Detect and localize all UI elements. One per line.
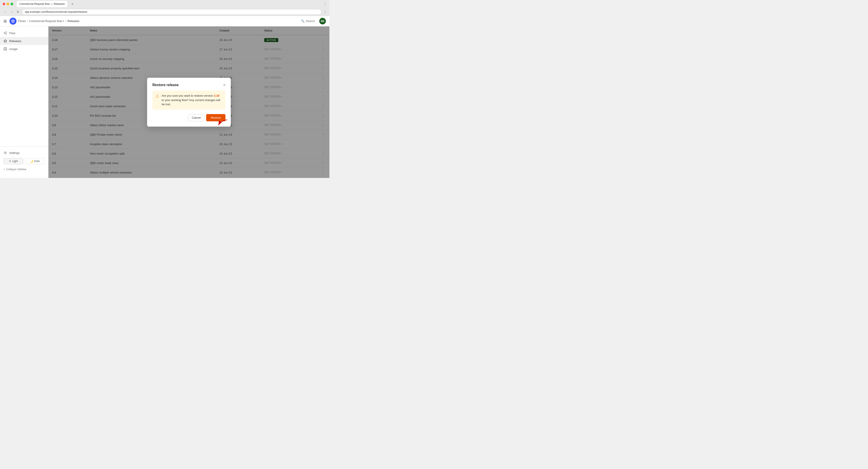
svg-point-4 bbox=[6, 34, 7, 34]
maximize-button[interactable] bbox=[10, 3, 13, 5]
browser-chrome: Commercial Requote flow — Releases + ⋮ ←… bbox=[0, 0, 330, 16]
svg-line-6 bbox=[5, 33, 6, 34]
modal-close-button[interactable]: × bbox=[223, 83, 225, 87]
settings-icon bbox=[3, 151, 7, 155]
sun-icon: ☀ bbox=[9, 160, 11, 163]
theme-toggle: ☀ Light 🌙 Dark bbox=[3, 158, 45, 164]
breadcrumb-releases: Releases bbox=[67, 20, 79, 23]
svg-marker-7 bbox=[4, 39, 7, 42]
sidebar-item-flow[interactable]: Flow bbox=[0, 29, 48, 37]
svg-point-2 bbox=[4, 33, 5, 33]
search-icon: 🔍 bbox=[301, 20, 305, 23]
cancel-button[interactable]: Cancel bbox=[188, 114, 204, 121]
breadcrumb-flow-name[interactable]: Commercial Requote flow ▾ bbox=[29, 20, 64, 23]
sidebar-releases-label: Releases bbox=[9, 39, 21, 43]
collapse-sidebar-button[interactable]: « Collapse Sidebar bbox=[3, 166, 45, 173]
avatar[interactable]: BB bbox=[319, 18, 326, 25]
chevron-down-icon: ▾ bbox=[63, 20, 64, 22]
window-controls[interactable] bbox=[3, 3, 13, 5]
grid-icon[interactable]: ⊞ bbox=[3, 19, 7, 24]
app-header: ⊞ Flows / Commercial Requote flow ▾ / Re… bbox=[0, 16, 330, 26]
restore-button-wrapper: Restore bbox=[206, 114, 225, 121]
sidebar: Flow Releases Usage bbox=[0, 26, 49, 178]
svg-point-3 bbox=[6, 32, 7, 32]
svg-point-12 bbox=[5, 152, 6, 153]
main-layout: Flow Releases Usage bbox=[0, 26, 330, 178]
content-area: Version Notes Created Status 3.18QBE bus… bbox=[49, 26, 330, 178]
search-button[interactable]: 🔍 Search bbox=[299, 19, 317, 24]
browser-menu-button[interactable]: ⋮ bbox=[323, 10, 327, 14]
breadcrumb: Flows / Commercial Requote flow ▾ / Rele… bbox=[18, 20, 79, 23]
header-right: 🔍 Search BB bbox=[299, 18, 326, 25]
browser-tab[interactable]: Commercial Requote flow — Releases bbox=[17, 1, 67, 7]
flow-icon bbox=[3, 31, 7, 35]
sidebar-bottom: Settings ☀ Light 🌙 Dark « Collapse Sideb… bbox=[0, 147, 48, 175]
new-tab-button[interactable]: + bbox=[70, 2, 75, 6]
app: ⊞ Flows / Commercial Requote flow ▾ / Re… bbox=[0, 16, 330, 178]
address-bar[interactable]: app.example.com/flows/commercial-requote… bbox=[22, 9, 321, 15]
usage-icon bbox=[3, 47, 7, 51]
settings-label: Settings bbox=[9, 151, 20, 155]
warning-text: Are you sure you want to restore version… bbox=[162, 94, 222, 106]
app-logo bbox=[9, 18, 17, 25]
restore-button[interactable]: Restore bbox=[206, 114, 225, 121]
sidebar-usage-label: Usage bbox=[9, 48, 18, 51]
minimize-button[interactable] bbox=[7, 3, 9, 5]
warning-icon: ⚠ bbox=[155, 94, 159, 106]
dark-theme-button[interactable]: 🌙 Dark bbox=[25, 158, 45, 164]
sidebar-flow-label: Flow bbox=[9, 31, 15, 35]
svg-line-5 bbox=[5, 32, 6, 33]
breadcrumb-sep-2: / bbox=[65, 20, 66, 23]
browser-more-button[interactable]: ⋮ bbox=[323, 2, 327, 6]
svg-point-1 bbox=[12, 20, 14, 22]
close-button[interactable] bbox=[3, 3, 5, 5]
reload-button[interactable]: ↻ bbox=[16, 9, 20, 14]
tab-title: Commercial Requote flow — Releases bbox=[20, 2, 65, 5]
breadcrumb-sep-1: / bbox=[27, 20, 28, 23]
modal-overlay: Restore release × ⚠ Are you sure you wan… bbox=[49, 26, 330, 178]
sidebar-item-usage[interactable]: Usage bbox=[0, 45, 48, 53]
forward-button[interactable]: → bbox=[9, 9, 14, 14]
restore-release-modal: Restore release × ⚠ Are you sure you wan… bbox=[147, 78, 231, 127]
modal-warning-box: ⚠ Are you sure you want to restore versi… bbox=[152, 91, 225, 110]
light-theme-button[interactable]: ☀ Light bbox=[3, 158, 23, 164]
collapse-icon: « bbox=[3, 168, 5, 171]
modal-title: Restore release bbox=[152, 83, 179, 87]
version-highlight: 3.18 bbox=[214, 94, 219, 97]
modal-actions: Cancel Restore bbox=[152, 114, 225, 121]
breadcrumb-flows[interactable]: Flows bbox=[18, 20, 26, 23]
header-left: ⊞ Flows / Commercial Requote flow ▾ / Re… bbox=[3, 18, 79, 25]
sidebar-item-releases[interactable]: Releases bbox=[0, 37, 48, 45]
back-button[interactable]: ← bbox=[3, 9, 7, 14]
sidebar-settings[interactable]: Settings bbox=[3, 149, 45, 156]
modal-header: Restore release × bbox=[152, 83, 225, 87]
address-text: app.example.com/flows/commercial-requote… bbox=[25, 10, 87, 13]
moon-icon: 🌙 bbox=[30, 160, 33, 163]
releases-icon bbox=[3, 39, 7, 43]
